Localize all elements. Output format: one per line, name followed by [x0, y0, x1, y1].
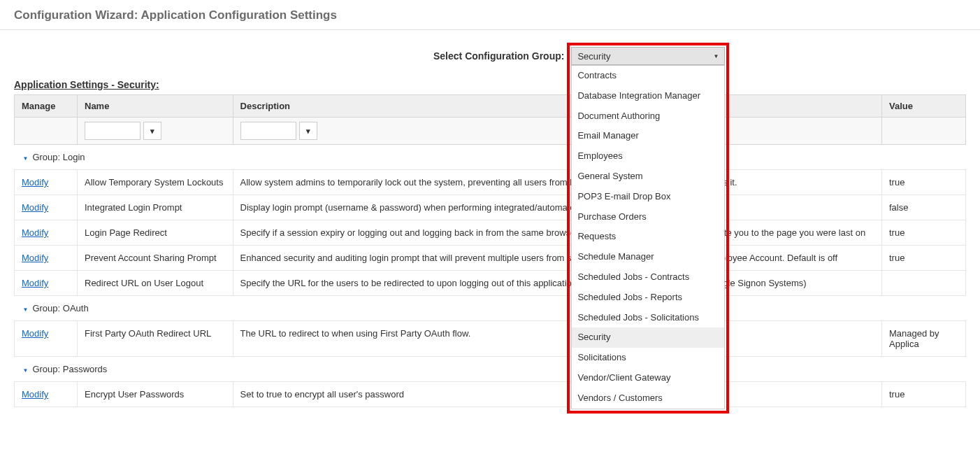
group-name: Group: Passwords	[32, 364, 107, 374]
col-header-description: Description	[233, 95, 881, 118]
dropdown-item[interactable]: Scheduled Jobs - Solicitations	[572, 308, 724, 328]
dropdown-item[interactable]: Requests	[572, 227, 724, 247]
setting-name: Allow Temporary System Lockouts	[78, 170, 233, 195]
dropdown-item[interactable]: Email Manager	[572, 126, 724, 146]
table-row: ModifyAllow Temporary System LockoutsAll…	[15, 170, 966, 195]
dropdown-item[interactable]: General System	[572, 167, 724, 187]
chevron-down-icon: ▼	[714, 53, 719, 59]
col-header-manage: Manage	[15, 95, 78, 118]
setting-value: false	[882, 195, 966, 220]
name-filter-button[interactable]: ▾	[143, 122, 161, 140]
group-name: Group: Login	[32, 152, 85, 162]
modify-link[interactable]: Modify	[22, 278, 48, 288]
modify-link[interactable]: Modify	[22, 202, 48, 213]
collapse-caret-icon: ▼	[23, 367, 29, 374]
modify-link[interactable]: Modify	[22, 253, 48, 263]
dropdown-item[interactable]: Purchase Orders	[572, 207, 724, 227]
modify-link[interactable]: Modify	[22, 177, 48, 188]
group-header[interactable]: ▼Group: Passwords	[15, 357, 966, 382]
setting-description: Enhanced security and auditing login pro…	[233, 246, 881, 271]
col-header-name: Name	[78, 95, 233, 118]
setting-value: Managed by Applica	[882, 321, 966, 357]
settings-table: Manage Name Description Value ▾	[14, 94, 966, 407]
table-row: ModifyEncrypt User PasswordsSet to true …	[15, 382, 966, 407]
funnel-icon: ▾	[306, 127, 310, 136]
col-header-value: Value	[882, 95, 966, 118]
setting-name: Prevent Account Sharing Prompt	[78, 246, 233, 271]
setting-name: Integrated Login Prompt	[78, 195, 233, 220]
group-name: Group: OAuth	[32, 303, 88, 313]
setting-value: true	[882, 246, 966, 271]
description-filter-button[interactable]: ▾	[299, 122, 317, 140]
dropdown-item[interactable]: Security	[572, 327, 724, 348]
collapse-caret-icon: ▼	[23, 155, 29, 162]
modify-link[interactable]: Modify	[22, 328, 48, 339]
table-row: ModifyLogin Page RedirectSpecify if a se…	[15, 220, 966, 246]
setting-value: true	[882, 220, 966, 246]
dropdown-item[interactable]: Vendors / Customers	[572, 388, 724, 409]
description-filter-input[interactable]	[240, 122, 296, 140]
select-config-group-label: Select Configuration Group:	[433, 50, 564, 62]
dropdown-item[interactable]: Scheduled Jobs - Contracts	[572, 267, 724, 288]
setting-name: Redirect URL on User Logout	[78, 271, 233, 296]
dropdown-item[interactable]: Solicitations	[572, 348, 724, 368]
setting-value: true	[882, 170, 966, 195]
setting-description: Display login prompt (username & passwor…	[233, 195, 881, 220]
group-header[interactable]: ▼Group: Login	[15, 145, 966, 170]
modify-link[interactable]: Modify	[22, 389, 48, 400]
setting-name: First Party OAuth Redirect URL	[78, 321, 233, 357]
table-row: ModifyPrevent Account Sharing PromptEnha…	[15, 246, 966, 271]
group-header[interactable]: ▼Group: OAuth	[15, 296, 966, 321]
table-row: ModifyFirst Party OAuth Redirect URLThe …	[15, 321, 966, 357]
setting-description: Allow system admins to temporarily lock …	[233, 170, 881, 195]
setting-name: Login Page Redirect	[78, 220, 233, 246]
table-row: ModifyIntegrated Login PromptDisplay log…	[15, 195, 966, 220]
setting-description: Specify if a session expiry or logging o…	[233, 220, 881, 246]
config-group-select-value: Security	[577, 51, 610, 62]
name-filter-input[interactable]	[85, 122, 140, 140]
setting-value	[882, 271, 966, 296]
table-row: ModifyRedirect URL on User LogoutSpecify…	[15, 271, 966, 296]
title-divider	[0, 29, 980, 30]
dropdown-item[interactable]: Contracts	[572, 66, 724, 86]
page-title: Configuration Wizard: Application Config…	[0, 0, 980, 29]
funnel-icon: ▾	[150, 127, 154, 136]
dropdown-item[interactable]: Employees	[572, 146, 724, 167]
dropdown-item[interactable]: Database Integration Manager	[572, 86, 724, 106]
setting-name: Encrypt User Passwords	[78, 382, 233, 407]
dropdown-item[interactable]: Vendor/Client Gateway	[572, 368, 724, 388]
dropdown-item[interactable]: Document Authoring	[572, 106, 724, 127]
dropdown-item[interactable]: Scheduled Jobs - Reports	[572, 288, 724, 308]
setting-description: Specify the URL for the users to be redi…	[233, 271, 881, 296]
modify-link[interactable]: Modify	[22, 227, 48, 238]
section-title: Application Settings - Security:	[14, 79, 966, 90]
setting-description: Set to true to encrypt all user's passwo…	[233, 382, 881, 407]
collapse-caret-icon: ▼	[23, 306, 29, 313]
config-group-dropdown[interactable]: ContractsDatabase Integration ManagerDoc…	[571, 65, 725, 409]
setting-value: true	[882, 382, 966, 407]
config-group-select[interactable]: Security ▼	[571, 47, 725, 65]
dropdown-item[interactable]: Schedule Manager	[572, 247, 724, 267]
dropdown-item[interactable]: POP3 E-mail Drop Box	[572, 187, 724, 207]
setting-description: The URL to redirect to when using First …	[233, 321, 881, 357]
